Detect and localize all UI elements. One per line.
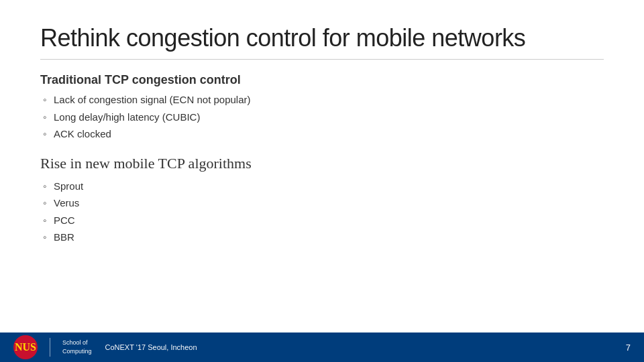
slide-content: Rethink congestion control for mobile ne… [0, 0, 644, 333]
list-item: Sprout [43, 178, 604, 195]
footer-logo-area: NUS School of Computing [13, 335, 92, 359]
footer: NUS School of Computing CoNEXT '17 Seoul… [0, 333, 644, 362]
footer-school-name: School of Computing [62, 339, 92, 355]
section1-bullet-list: Lack of congestion signal (ECN not popul… [40, 91, 604, 143]
section2-bullet-list: Sprout Verus PCC BBR [40, 178, 604, 246]
list-item: PCC [43, 212, 604, 229]
nus-logo-text: NUS [15, 341, 36, 353]
footer-vertical-divider [50, 338, 50, 357]
list-item: Long delay/high latency (CUBIC) [43, 109, 604, 126]
list-item: Lack of congestion signal (ECN not popul… [43, 91, 604, 109]
section1-heading: Traditional TCP congestion control [40, 73, 604, 87]
footer-conference-label: CoNEXT '17 Seoul, Incheon [105, 343, 197, 351]
section2-heading: Rise in new mobile TCP algorithms [40, 155, 604, 172]
footer-page-number: 7 [626, 343, 631, 353]
list-item: BBR [43, 229, 604, 246]
list-item: ACK clocked [43, 125, 604, 143]
slide-title: Rethink congestion control for mobile ne… [40, 24, 604, 52]
list-item: Verus [43, 194, 604, 212]
title-divider [40, 59, 604, 60]
nus-logo-icon: NUS [13, 335, 38, 359]
slide: Rethink congestion control for mobile ne… [0, 0, 644, 362]
